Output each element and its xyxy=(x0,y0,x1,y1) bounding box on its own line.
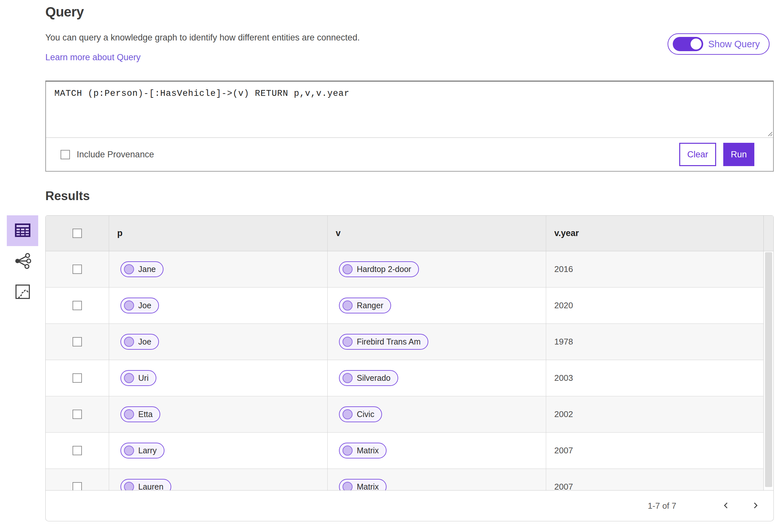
row-checkbox[interactable] xyxy=(73,337,82,346)
row-checkbox[interactable] xyxy=(73,374,82,383)
run-button[interactable]: Run xyxy=(723,143,754,166)
results-title: Results xyxy=(45,189,774,203)
table-body: Jane Hardtop 2-door 2016 Joe Ranger xyxy=(46,251,773,491)
table-row: Lauren Matrix 2007 xyxy=(46,469,773,491)
table-row: Jane Hardtop 2-door 2016 xyxy=(46,251,773,288)
table-row: Larry Matrix 2007 xyxy=(46,433,773,469)
entity-node-icon xyxy=(342,301,353,311)
entity-node-icon xyxy=(342,409,353,419)
entity-node-icon xyxy=(342,264,353,274)
entity-node-icon xyxy=(124,373,134,383)
chevron-left-icon xyxy=(722,501,731,511)
select-all-checkbox[interactable] xyxy=(73,229,82,238)
scrollbar-thumb[interactable] xyxy=(765,252,772,487)
row-checkbox[interactable] xyxy=(73,410,82,419)
entity-pill-v[interactable]: Ranger xyxy=(339,298,391,313)
year-value: 1978 xyxy=(554,337,573,347)
row-checkbox[interactable] xyxy=(73,301,82,310)
entity-pill-v[interactable]: Hardtop 2-door xyxy=(339,261,419,277)
table-row: Joe Ranger 2020 xyxy=(46,288,773,324)
entity-node-icon xyxy=(124,337,134,347)
table-scrollbar[interactable] xyxy=(763,216,773,490)
entity-node-icon xyxy=(342,337,353,347)
include-provenance-checkbox[interactable] xyxy=(61,150,70,159)
map-icon xyxy=(15,284,30,301)
results-table: p v v.year Jane xyxy=(45,215,774,491)
entity-node-icon xyxy=(124,409,134,419)
entity-node-icon xyxy=(342,445,353,455)
column-header-p: p xyxy=(117,228,123,238)
pagination-range: 1-7 of 7 xyxy=(648,501,676,511)
entity-node-icon xyxy=(124,301,134,311)
table-icon xyxy=(15,223,30,238)
toggle-switch-icon[interactable] xyxy=(673,37,703,51)
entity-pill-v[interactable]: Matrix xyxy=(339,479,386,491)
include-provenance-label: Include Provenance xyxy=(77,149,154,159)
year-value: 2020 xyxy=(554,301,573,311)
query-input[interactable]: MATCH (p:Person)-[:HasVehicle]->(v) RETU… xyxy=(46,82,773,137)
entity-node-icon xyxy=(124,445,134,455)
entity-node-icon xyxy=(124,264,134,274)
entity-pill-p[interactable]: Uri xyxy=(120,370,156,386)
entity-pill-v[interactable]: Firebird Trans Am xyxy=(339,334,428,350)
entity-pill-p[interactable]: Etta xyxy=(120,406,160,422)
entity-pill-v[interactable]: Silverado xyxy=(339,370,398,386)
entity-node-icon xyxy=(124,482,134,491)
graph-view-button[interactable] xyxy=(7,246,38,277)
page-description: You can query a knowledge graph to ident… xyxy=(45,33,774,43)
entity-node-icon xyxy=(342,373,353,383)
entity-pill-p[interactable]: Larry xyxy=(120,443,164,458)
map-view-button[interactable] xyxy=(7,277,38,308)
toggle-knob xyxy=(690,38,701,49)
year-value: 2007 xyxy=(554,445,573,455)
row-checkbox[interactable] xyxy=(73,482,82,491)
scrollbar-header-corner xyxy=(764,216,773,251)
previous-page-button[interactable] xyxy=(722,501,731,511)
page: Query You can query a knowledge graph to… xyxy=(45,0,774,521)
page-title: Query xyxy=(45,4,774,20)
column-header-v: v xyxy=(336,228,341,238)
clear-button[interactable]: Clear xyxy=(679,143,716,166)
show-query-label: Show Query xyxy=(708,39,760,49)
table-view-button[interactable] xyxy=(7,215,38,246)
query-controls: Include Provenance Clear Run xyxy=(46,138,773,171)
learn-more-link[interactable]: Learn more about Query xyxy=(45,52,140,63)
year-value: 2003 xyxy=(554,373,573,383)
next-page-button[interactable] xyxy=(751,501,760,511)
row-checkbox[interactable] xyxy=(73,264,82,274)
table-row: Joe Firebird Trans Am 1978 xyxy=(46,324,773,360)
column-header-v-year: v.year xyxy=(554,228,579,238)
year-value: 2002 xyxy=(554,409,573,419)
entity-pill-v[interactable]: Matrix xyxy=(339,443,386,458)
row-checkbox[interactable] xyxy=(73,446,82,455)
year-value: 2007 xyxy=(554,482,573,491)
entity-pill-v[interactable]: Civic xyxy=(339,406,382,422)
query-editor-wrap: MATCH (p:Person)-[:HasVehicle]->(v) RETU… xyxy=(46,82,773,138)
entity-pill-p[interactable]: Lauren xyxy=(120,479,171,491)
year-value: 2016 xyxy=(554,264,573,274)
table-row: Uri Silverado 2003 xyxy=(46,360,773,396)
entity-pill-p[interactable]: Jane xyxy=(120,261,163,277)
entity-pill-p[interactable]: Joe xyxy=(120,334,159,350)
chevron-right-icon xyxy=(751,501,760,511)
query-panel: MATCH (p:Person)-[:HasVehicle]->(v) RETU… xyxy=(45,81,774,172)
table-header-row: p v v.year xyxy=(46,216,773,251)
show-query-toggle[interactable]: Show Query xyxy=(668,33,770,55)
entity-pill-p[interactable]: Joe xyxy=(120,298,159,313)
view-switcher-rail xyxy=(3,215,45,521)
table-row: Etta Civic 2002 xyxy=(46,396,773,433)
pagination-bar: 1-7 of 7 xyxy=(45,490,774,521)
entity-node-icon xyxy=(342,482,353,491)
graph-icon xyxy=(14,252,31,271)
